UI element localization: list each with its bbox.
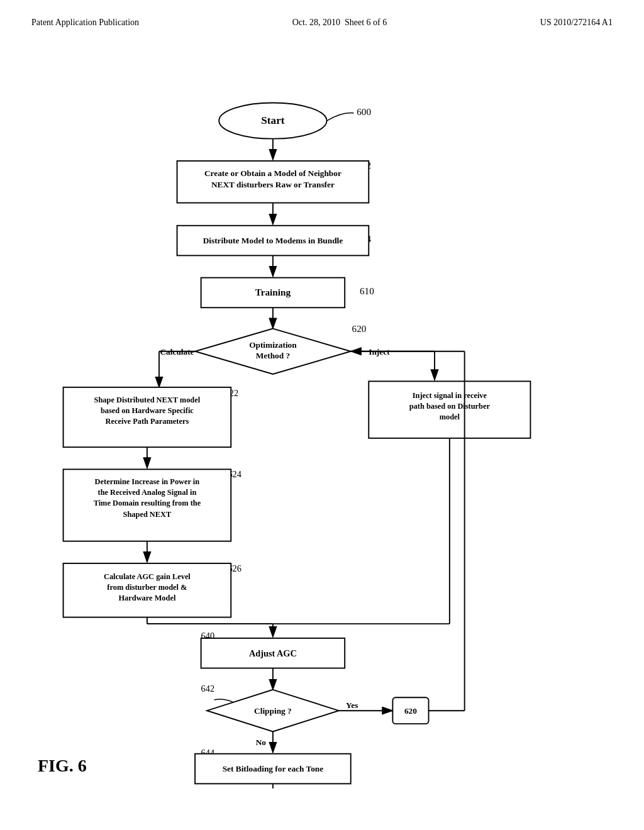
svg-text:NEXT disturbers Raw or Transfe: NEXT disturbers Raw or Transfer [211, 180, 335, 189]
training-text: Training [255, 287, 291, 297]
start-label: Start [261, 114, 284, 126]
svg-text:Receive Path Parameters: Receive Path Parameters [106, 417, 189, 426]
shape-next-text1: Shape Distributed NEXT model [94, 396, 201, 404]
svg-text:based on Hardware Specific: based on Hardware Specific [101, 406, 194, 415]
header-right: US 2010/272164 A1 [540, 18, 613, 28]
clipping-text: Clipping ? [254, 706, 292, 716]
svg-text:Shaped NEXT: Shaped NEXT [123, 510, 172, 519]
svg-text:Hardware Model: Hardware Model [118, 594, 175, 602]
flowchart-svg: Start 600 602 Create or Obtain a Model o… [0, 34, 644, 788]
n600: 600 [357, 106, 371, 117]
create-model-text: Create or Obtain a Model of Neighbor [204, 169, 341, 178]
svg-text:model: model [440, 412, 460, 421]
svg-text:Time Domain resulting from the: Time Domain resulting from the [94, 499, 201, 507]
header-center: Oct. 28, 2010 Sheet 6 of 6 [292, 18, 387, 28]
diagram-area: Start 600 602 Create or Obtain a Model o… [0, 34, 644, 788]
svg-text:from disturber model &: from disturber model & [107, 583, 187, 592]
svg-text:Method ?: Method ? [256, 351, 290, 360]
distribute-text: Distribute Model to Modems in Bundle [203, 236, 343, 245]
yes-label: Yes [346, 700, 358, 710]
no-label: No [256, 738, 267, 747]
n610: 610 [360, 285, 374, 296]
optimization-text: Optimization [249, 340, 297, 350]
n620: 620 [352, 323, 367, 334]
determine-text1: Determine Increase in Power in [95, 477, 200, 486]
page-header: Patent Application Publication Oct. 28, … [0, 0, 644, 28]
bitloading-text: Set Bitloading for each Tone [223, 764, 324, 773]
n642: 642 [201, 683, 214, 694]
adjust-agc-text: Adjust AGC [249, 648, 297, 658]
inject-signal-text1: Inject signal in receive [413, 391, 487, 400]
calc-agc-text1: Calculate AGC gain Level [104, 572, 191, 581]
goto-620: 620 [404, 706, 417, 716]
svg-text:path based on Disturber: path based on Disturber [409, 402, 491, 411]
svg-text:the Received Analog Signal in: the Received Analog Signal in [98, 488, 197, 497]
header-left: Patent Application Publication [31, 18, 139, 28]
fig-label: FIG. 6 [38, 756, 87, 776]
